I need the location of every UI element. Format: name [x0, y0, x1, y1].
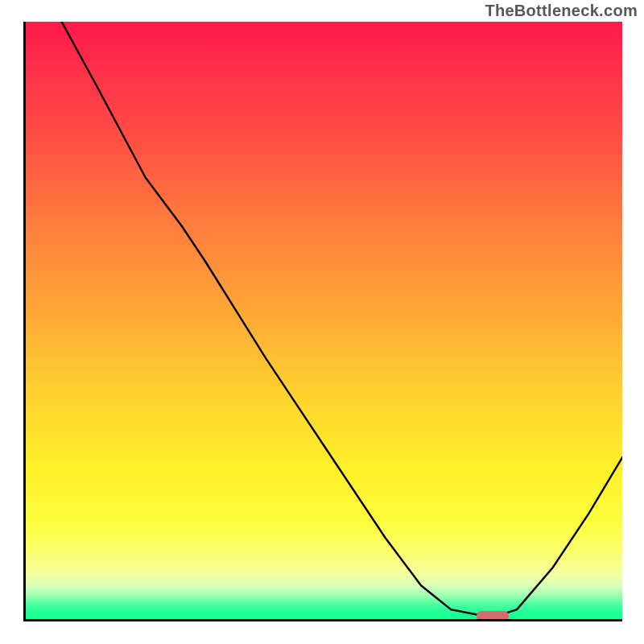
curve-path — [62, 22, 622, 616]
bottleneck-marker — [477, 611, 509, 621]
curve-svg — [26, 22, 622, 621]
watermark-text: TheBottleneck.com — [485, 2, 638, 20]
plot-area — [23, 22, 622, 621]
chart-container: TheBottleneck.com — [0, 0, 644, 644]
